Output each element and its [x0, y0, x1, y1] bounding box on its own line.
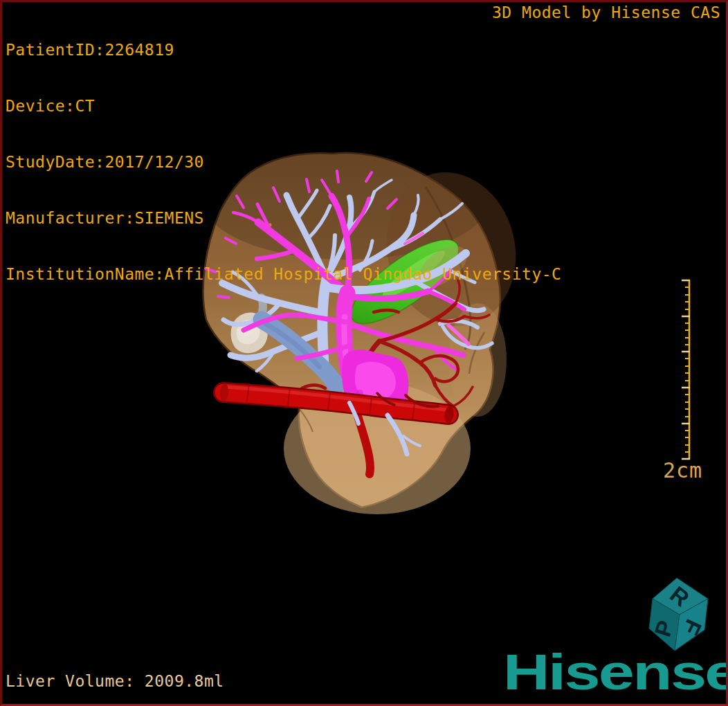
device-line: Device:CT	[6, 97, 561, 116]
scale-bar	[682, 280, 690, 460]
viewer-window: { "window": { "title_overlay": "3D Model…	[0, 0, 728, 706]
institution-line: InstitutionName:Affiliated Hospital Qing…	[6, 265, 561, 284]
patient-id-line: PatientID:2264819	[6, 41, 561, 60]
scale-bar-label: 2cm	[663, 458, 702, 482]
patient-info-overlay: PatientID:2264819 Device:CT StudyDate:20…	[6, 3, 561, 302]
manufacturer-line: Manufacturer:SIEMENS	[6, 209, 561, 228]
hisense-logo: Hisense	[503, 647, 728, 697]
study-date-line: StudyDate:2017/12/30	[6, 153, 561, 172]
liver-volume-readout: Liver Volume: 2009.8ml	[6, 672, 224, 691]
viewer-title: 3D Model by Hisense CAS	[492, 3, 720, 22]
